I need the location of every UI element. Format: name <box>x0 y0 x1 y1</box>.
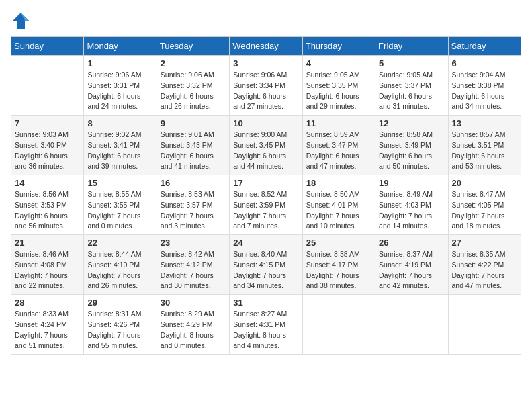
page-header <box>11 11 521 31</box>
day-number: 2 <box>161 58 226 68</box>
day-number: 23 <box>161 238 226 248</box>
sunrise-text: Sunrise: 9:00 AM <box>233 130 287 138</box>
day-info: Sunrise: 8:42 AM Sunset: 4:12 PM Dayligh… <box>161 249 226 291</box>
sunset-text: Sunset: 4:05 PM <box>452 201 504 209</box>
sunset-text: Sunset: 3:49 PM <box>379 141 431 149</box>
day-number: 22 <box>87 238 152 248</box>
sunrise-text: Sunrise: 8:31 AM <box>87 310 141 318</box>
sunrise-text: Sunrise: 9:05 AM <box>379 71 433 79</box>
day-info: Sunrise: 9:01 AM Sunset: 3:43 PM Dayligh… <box>161 130 226 172</box>
sunset-text: Sunset: 4:01 PM <box>306 201 359 209</box>
logo <box>11 11 34 31</box>
weekday-wednesday: Wednesday <box>230 37 302 56</box>
sunrise-text: Sunrise: 8:56 AM <box>15 190 69 198</box>
sunrise-text: Sunrise: 9:01 AM <box>161 130 214 138</box>
day-info: Sunrise: 9:06 AM Sunset: 3:31 PM Dayligh… <box>87 70 152 112</box>
daylight-text: Daylight: 6 hours and 41 minutes. <box>161 152 214 171</box>
calendar-cell: 5 Sunrise: 9:05 AM Sunset: 3:37 PM Dayli… <box>375 56 448 116</box>
day-number: 24 <box>233 238 298 248</box>
sunset-text: Sunset: 4:15 PM <box>233 261 285 269</box>
calendar-cell: 14 Sunrise: 8:56 AM Sunset: 3:53 PM Dayl… <box>11 175 84 235</box>
sunrise-text: Sunrise: 8:29 AM <box>161 310 214 318</box>
weekday-thursday: Thursday <box>302 37 375 56</box>
sunset-text: Sunset: 4:24 PM <box>15 320 67 328</box>
sunrise-text: Sunrise: 8:52 AM <box>233 190 287 198</box>
sunset-text: Sunset: 3:59 PM <box>233 201 285 209</box>
calendar-cell: 4 Sunrise: 9:05 AM Sunset: 3:35 PM Dayli… <box>302 56 375 116</box>
sunrise-text: Sunrise: 8:55 AM <box>87 190 141 198</box>
day-number: 4 <box>306 58 371 68</box>
weekday-saturday: Saturday <box>448 37 521 56</box>
day-info: Sunrise: 8:33 AM Sunset: 4:24 PM Dayligh… <box>15 309 80 351</box>
day-number: 5 <box>379 58 444 68</box>
calendar-cell: 31 Sunrise: 8:27 AM Sunset: 4:31 PM Dayl… <box>230 295 302 355</box>
sunset-text: Sunset: 3:43 PM <box>161 141 213 149</box>
calendar-cell: 22 Sunrise: 8:44 AM Sunset: 4:10 PM Dayl… <box>84 235 157 295</box>
sunrise-text: Sunrise: 8:38 AM <box>306 250 360 258</box>
sunrise-text: Sunrise: 9:06 AM <box>87 71 141 79</box>
sunset-text: Sunset: 3:35 PM <box>306 81 359 89</box>
sunrise-text: Sunrise: 9:06 AM <box>161 71 214 79</box>
calendar-cell: 15 Sunrise: 8:55 AM Sunset: 3:55 PM Dayl… <box>84 175 157 235</box>
sunrise-text: Sunrise: 9:06 AM <box>233 71 287 79</box>
calendar-cell: 29 Sunrise: 8:31 AM Sunset: 4:26 PM Dayl… <box>84 295 157 355</box>
sunset-text: Sunset: 4:12 PM <box>161 261 213 269</box>
day-info: Sunrise: 8:50 AM Sunset: 4:01 PM Dayligh… <box>306 189 371 232</box>
week-row-2: 7 Sunrise: 9:03 AM Sunset: 3:40 PM Dayli… <box>11 116 521 175</box>
calendar-cell: 12 Sunrise: 8:58 AM Sunset: 3:49 PM Dayl… <box>375 116 448 175</box>
daylight-text: Daylight: 6 hours and 29 minutes. <box>306 92 359 111</box>
calendar-cell: 11 Sunrise: 8:59 AM Sunset: 3:47 PM Dayl… <box>302 116 375 175</box>
sunrise-text: Sunrise: 8:59 AM <box>306 130 360 138</box>
sunrise-text: Sunrise: 9:03 AM <box>15 130 69 138</box>
daylight-text: Daylight: 6 hours and 56 minutes. <box>15 212 68 230</box>
calendar-cell: 27 Sunrise: 8:35 AM Sunset: 4:22 PM Dayl… <box>448 235 521 295</box>
calendar-cell: 7 Sunrise: 9:03 AM Sunset: 3:40 PM Dayli… <box>11 116 84 175</box>
sunset-text: Sunset: 3:32 PM <box>161 81 213 89</box>
day-number: 11 <box>306 118 371 128</box>
day-info: Sunrise: 8:44 AM Sunset: 4:10 PM Dayligh… <box>87 249 152 291</box>
day-info: Sunrise: 8:31 AM Sunset: 4:26 PM Dayligh… <box>87 309 152 351</box>
sunrise-text: Sunrise: 8:27 AM <box>233 310 287 318</box>
calendar-cell: 18 Sunrise: 8:50 AM Sunset: 4:01 PM Dayl… <box>302 175 375 235</box>
day-info: Sunrise: 9:06 AM Sunset: 3:32 PM Dayligh… <box>161 70 226 112</box>
daylight-text: Daylight: 6 hours and 31 minutes. <box>379 92 432 111</box>
day-number: 17 <box>233 178 298 188</box>
sunset-text: Sunset: 4:03 PM <box>379 201 431 209</box>
day-number: 12 <box>379 118 444 128</box>
sunset-text: Sunset: 4:08 PM <box>15 261 67 269</box>
day-number: 10 <box>233 118 298 128</box>
sunset-text: Sunset: 4:29 PM <box>161 320 213 328</box>
day-number: 25 <box>306 238 371 248</box>
daylight-text: Daylight: 7 hours and 30 minutes. <box>161 271 214 290</box>
day-info: Sunrise: 9:00 AM Sunset: 3:45 PM Dayligh… <box>233 130 298 172</box>
calendar-cell <box>302 295 375 355</box>
daylight-text: Daylight: 7 hours and 42 minutes. <box>379 271 432 290</box>
sunset-text: Sunset: 3:41 PM <box>87 141 140 149</box>
calendar-cell: 10 Sunrise: 9:00 AM Sunset: 3:45 PM Dayl… <box>230 116 302 175</box>
day-number: 31 <box>233 298 298 308</box>
sunrise-text: Sunrise: 8:49 AM <box>379 190 433 198</box>
sunrise-text: Sunrise: 8:33 AM <box>15 310 69 318</box>
calendar-cell: 24 Sunrise: 8:40 AM Sunset: 4:15 PM Dayl… <box>230 235 302 295</box>
day-info: Sunrise: 8:59 AM Sunset: 3:47 PM Dayligh… <box>306 130 371 172</box>
daylight-text: Daylight: 7 hours and 22 minutes. <box>15 271 68 290</box>
daylight-text: Daylight: 6 hours and 47 minutes. <box>306 152 359 171</box>
day-number: 21 <box>15 238 80 248</box>
day-info: Sunrise: 9:06 AM Sunset: 3:34 PM Dayligh… <box>233 70 298 112</box>
sunset-text: Sunset: 3:45 PM <box>233 141 285 149</box>
day-number: 13 <box>452 118 517 128</box>
sunrise-text: Sunrise: 8:42 AM <box>161 250 214 258</box>
calendar-cell: 20 Sunrise: 8:47 AM Sunset: 4:05 PM Dayl… <box>448 175 521 235</box>
day-number: 9 <box>161 118 226 128</box>
daylight-text: Daylight: 6 hours and 34 minutes. <box>452 92 505 111</box>
daylight-text: Daylight: 7 hours and 3 minutes. <box>161 212 214 230</box>
sunset-text: Sunset: 3:37 PM <box>379 81 431 89</box>
day-info: Sunrise: 8:47 AM Sunset: 4:05 PM Dayligh… <box>452 189 517 232</box>
sunrise-text: Sunrise: 8:40 AM <box>233 250 287 258</box>
daylight-text: Daylight: 6 hours and 44 minutes. <box>233 152 286 171</box>
calendar-cell: 17 Sunrise: 8:52 AM Sunset: 3:59 PM Dayl… <box>230 175 302 235</box>
day-info: Sunrise: 8:38 AM Sunset: 4:17 PM Dayligh… <box>306 249 371 291</box>
weekday-sunday: Sunday <box>11 37 84 56</box>
calendar-header: SundayMondayTuesdayWednesdayThursdayFrid… <box>11 37 521 56</box>
daylight-text: Daylight: 7 hours and 47 minutes. <box>452 271 505 290</box>
